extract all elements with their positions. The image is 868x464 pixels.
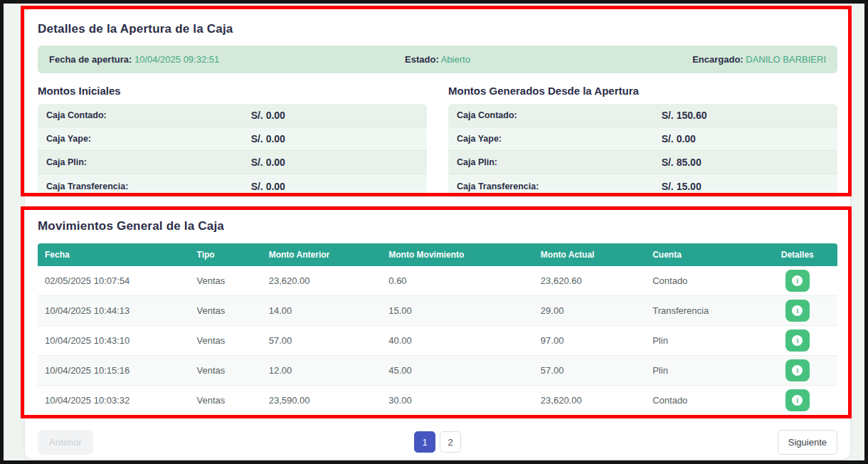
monto-value: S/. 0.00 <box>251 157 418 168</box>
montos-columns: Montos Iniciales Caja Contado:S/. 0.00Ca… <box>38 85 837 198</box>
table-cell-detalles: i <box>758 326 837 356</box>
table-cell: 97.00 <box>534 326 645 356</box>
estado-label: Estado: <box>405 54 439 65</box>
next-page-button[interactable]: Siguiente <box>778 430 837 455</box>
table-cell-detalles: i <box>758 266 837 296</box>
monto-value: S/. 85.00 <box>662 157 829 168</box>
row-detail-button[interactable]: i <box>785 300 810 322</box>
table-cell: 45.00 <box>381 356 534 386</box>
monto-value: S/. 150.60 <box>662 110 829 121</box>
table-cell: 10/04/2025 10:15:16 <box>38 356 190 386</box>
column-header: Monto Movimiento <box>381 243 534 266</box>
column-header: Monto Actual <box>534 243 645 266</box>
fecha-apertura-label: Fecha de apertura: <box>49 54 132 65</box>
apertura-banner: Fecha de apertura: 10/04/2025 09:32:51 E… <box>38 46 837 73</box>
column-header: Fecha <box>38 243 190 266</box>
column-header: Monto Anterior <box>262 243 382 266</box>
table-cell: Transferencia <box>645 296 757 326</box>
info-icon: i <box>792 275 803 286</box>
montos-iniciales-list: Caja Contado:S/. 0.00Caja Yape:S/. 0.00C… <box>38 104 427 198</box>
caja-card: Detalles de la Apertura de la Caja Fecha… <box>25 9 850 459</box>
banner-estado: Estado: Abierto <box>308 54 567 65</box>
info-icon: i <box>792 365 803 376</box>
table-cell: Ventas <box>190 296 262 326</box>
table-cell: Ventas <box>190 326 262 356</box>
monto-row: Caja Yape:S/. 0.00 <box>448 127 837 151</box>
monto-row: Caja Yape:S/. 0.00 <box>38 127 427 151</box>
table-cell: 12.00 <box>262 356 382 386</box>
table-cell-detalles: i <box>758 386 837 416</box>
table-row: 10/04/2025 10:15:16Ventas12.0045.0057.00… <box>38 356 837 386</box>
monto-row: Caja Plin:S/. 0.00 <box>38 151 427 174</box>
monto-value: S/. 0.00 <box>251 181 418 192</box>
montos-generados-title: Montos Generados Desde la Apertura <box>448 85 837 97</box>
table-cell: 57.00 <box>262 326 382 356</box>
monto-row: Caja Plin:S/. 85.00 <box>448 151 837 174</box>
apertura-section-title: Detalles de la Apertura de la Caja <box>38 22 837 36</box>
table-cell: 40.00 <box>381 326 534 356</box>
info-icon: i <box>792 335 803 346</box>
info-icon: i <box>792 395 803 406</box>
row-detail-button[interactable]: i <box>785 329 810 352</box>
row-detail-button[interactable]: i <box>785 389 810 411</box>
fecha-apertura-value: 10/04/2025 09:32:51 <box>134 54 219 65</box>
page-button-2[interactable]: 2 <box>440 431 461 453</box>
banner-fecha: Fecha de apertura: 10/04/2025 09:32:51 <box>49 54 308 65</box>
table-row: 02/05/2025 10:07:54Ventas23,620.000.6023… <box>38 266 837 296</box>
column-header: Detalles <box>758 243 837 266</box>
table-cell: 10/04/2025 10:44:13 <box>38 296 190 326</box>
table-cell: Plin <box>645 326 757 356</box>
montos-generados-column: Montos Generados Desde la Apertura Caja … <box>448 85 837 198</box>
encargado-label: Encargado: <box>692 54 743 65</box>
table-row: 10/04/2025 10:03:32Ventas23,590.0030.002… <box>38 386 837 416</box>
table-cell: 10/04/2025 10:03:32 <box>38 386 190 416</box>
row-detail-button[interactable]: i <box>785 270 810 292</box>
previous-page-button[interactable]: Anterior <box>38 430 93 455</box>
monto-row: Caja Contado:S/. 0.00 <box>38 104 427 127</box>
table-header-row: FechaTipoMonto AnteriorMonto MovimientoM… <box>38 243 837 266</box>
table-cell: 23,590.00 <box>262 386 382 416</box>
monto-label: Caja Plin: <box>46 157 251 167</box>
monto-value: S/. 0.00 <box>251 110 418 121</box>
monto-label: Caja Yape: <box>46 134 251 144</box>
encargado-value: DANILO BARBIERI <box>746 54 826 65</box>
monto-label: Caja Plin: <box>457 157 662 167</box>
table-cell: Contado <box>645 266 757 296</box>
table-cell: Ventas <box>190 356 262 386</box>
table-cell: 57.00 <box>534 356 645 386</box>
table-cell: 14.00 <box>262 296 382 326</box>
monto-label: Caja Contado: <box>46 110 251 120</box>
monto-row: Caja Transferencia:S/. 15.00 <box>448 174 837 198</box>
monto-label: Caja Yape: <box>457 134 662 144</box>
table-row: 10/04/2025 10:44:13Ventas14.0015.0029.00… <box>38 296 837 326</box>
monto-row: Caja Contado:S/. 150.60 <box>448 104 837 127</box>
monto-label: Caja Transferencia: <box>457 181 662 191</box>
monto-value: S/. 0.00 <box>662 133 829 144</box>
page-button-1[interactable]: 1 <box>414 431 435 453</box>
table-cell: 29.00 <box>534 296 645 326</box>
monto-label: Caja Transferencia: <box>46 181 251 191</box>
row-detail-button[interactable]: i <box>785 359 810 381</box>
table-cell: 0.60 <box>381 266 534 296</box>
monto-value: S/. 15.00 <box>662 181 829 192</box>
movimientos-table-body: 02/05/2025 10:07:54Ventas23,620.000.6023… <box>38 266 837 416</box>
table-cell: Ventas <box>190 266 262 296</box>
page-number-group: 12 <box>414 431 461 453</box>
table-cell: 10/04/2025 10:43:10 <box>38 326 190 356</box>
monto-label: Caja Contado: <box>457 110 662 120</box>
table-cell: 02/05/2025 10:07:54 <box>38 266 190 296</box>
table-cell: 23,620.60 <box>534 266 645 296</box>
info-icon: i <box>792 305 803 316</box>
pagination-bar: Anterior 12 Siguiente <box>38 427 837 457</box>
movimientos-section-title: Movimientos General de la Caja <box>38 219 837 233</box>
column-header: Cuenta <box>645 243 757 266</box>
table-cell: 15.00 <box>381 296 534 326</box>
montos-generados-list: Caja Contado:S/. 150.60Caja Yape:S/. 0.0… <box>448 104 837 198</box>
movimientos-table: FechaTipoMonto AnteriorMonto MovimientoM… <box>38 243 837 416</box>
column-header: Tipo <box>190 243 262 266</box>
monto-row: Caja Transferencia:S/. 0.00 <box>38 174 427 198</box>
montos-iniciales-column: Montos Iniciales Caja Contado:S/. 0.00Ca… <box>38 85 427 198</box>
monto-value: S/. 0.00 <box>251 133 418 144</box>
banner-encargado: Encargado: DANILO BARBIERI <box>567 54 826 65</box>
table-cell: Plin <box>645 356 757 386</box>
